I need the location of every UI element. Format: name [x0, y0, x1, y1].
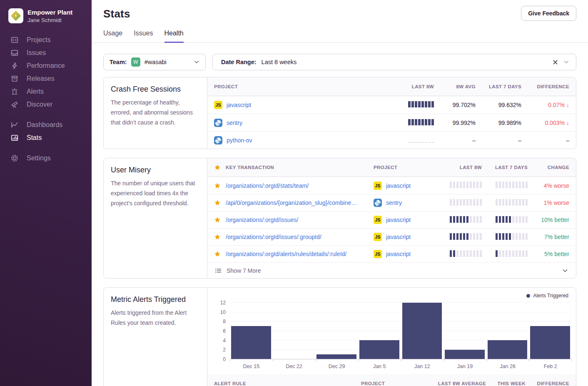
sidebar-item-alerts[interactable]: Alerts: [0, 85, 92, 98]
transaction-link[interactable]: /organizations/:orgId/alerts/rules/detai…: [226, 251, 374, 257]
column-last-8w: LAST 8W: [436, 165, 482, 170]
date-range-value: Last 8 weeks: [262, 59, 297, 65]
sparkline-last-8w: [450, 233, 482, 240]
sparkline-last-8w: [408, 119, 434, 125]
column-8w-avg: 8W AVG: [434, 84, 476, 89]
projects-icon: [11, 36, 18, 44]
table-header: KEY TRANSACTION PROJECT LAST 8W LAST 7 D…: [207, 158, 576, 177]
team-select[interactable]: Team: W #wasabi: [103, 54, 206, 70]
team-label: Team:: [110, 59, 127, 65]
last-7-days-value: –: [476, 137, 521, 144]
page-title: Stats: [103, 7, 576, 20]
project-link[interactable]: python-ov: [227, 137, 252, 144]
sidebar-item-settings[interactable]: Settings: [0, 152, 92, 164]
avg-8w-value: 99.992%: [434, 120, 476, 126]
sidebar-item-stats[interactable]: Stats: [0, 131, 92, 144]
table-row: /organizations/:orgId/stats/team/ JSjava…: [207, 177, 576, 194]
table-row: /organizations/:orgId/issues/ JSjavascri…: [207, 211, 576, 228]
key-transaction-star-icon[interactable]: [214, 182, 226, 189]
alerts-triggered-chart: Alerts Triggered 024681012 Dec 15Dec 22D…: [207, 288, 576, 374]
sidebar-item-label: Performance: [27, 62, 65, 70]
project-link[interactable]: javascript: [227, 102, 251, 108]
trend-down-icon: ↓: [566, 102, 569, 108]
tab-health[interactable]: Health: [164, 30, 184, 43]
column-last-7-days: LAST 7 DAYS: [482, 165, 528, 170]
sparkline-last-7-days: [496, 199, 528, 206]
transaction-link[interactable]: /organizations/:orgId/stats/team/: [226, 182, 374, 189]
column-project: PROJECT: [361, 381, 428, 386]
panel-title: User Misery: [111, 166, 199, 174]
show-more-button[interactable]: Show 7 More: [207, 262, 576, 278]
python-platform-icon: [214, 119, 222, 127]
org-switcher[interactable]: Empower Plant Jane Schmidt: [8, 8, 86, 23]
table-row: sentry 99.992% 99.989% 0.003%↓: [207, 114, 576, 131]
sparkline-last-8w: [408, 137, 434, 143]
sidebar-item-dashboards[interactable]: Dashboards: [0, 118, 92, 131]
difference-value: 0.003%↓: [521, 120, 569, 126]
filter-bar: Team: W #wasabi Date Range: Last 8 weeks: [103, 54, 576, 70]
difference-value: –: [521, 137, 569, 144]
sidebar-item-releases[interactable]: Releases: [0, 72, 92, 85]
sidebar-item-performance[interactable]: Performance: [0, 59, 92, 72]
project-link[interactable]: javascript: [386, 182, 411, 189]
give-feedback-button[interactable]: Give Feedback: [521, 6, 576, 21]
column-alert-rule: ALERT RULE: [214, 381, 361, 386]
chart-bars: [230, 303, 572, 359]
key-transaction-star-icon[interactable]: [214, 217, 226, 223]
sidebar-item-label: Issues: [27, 49, 46, 57]
column-difference: DIFFERENCE: [526, 381, 569, 386]
transaction-link[interactable]: /api/0/organizations/{organization_slug}…: [226, 199, 374, 206]
column-project: PROJECT: [214, 84, 367, 89]
key-transaction-star-icon[interactable]: [214, 199, 226, 206]
sidebar-item-projects[interactable]: Projects: [0, 33, 92, 46]
project-link[interactable]: javascript: [386, 234, 411, 240]
transaction-link[interactable]: /organizations/:orgId/issues/:groupId/: [226, 234, 374, 240]
sparkline-last-8w: [408, 101, 434, 107]
project-link[interactable]: javascript: [386, 217, 411, 223]
sidebar-item-label: Releases: [27, 75, 55, 82]
clear-icon[interactable]: [552, 59, 558, 65]
python-platform-icon: [214, 136, 222, 144]
tabs: Usage Issues Health: [92, 30, 588, 43]
avg-8w-value: 99.702%: [434, 102, 476, 108]
column-change: CHANGE: [528, 165, 569, 170]
list-icon: [215, 267, 222, 274]
change-value: 10% better: [528, 217, 569, 223]
table-row: JS javascript 99.702% 99.632% 0.07%↓: [207, 96, 576, 114]
key-transaction-star-icon[interactable]: [214, 251, 226, 257]
sidebar: Empower Plant Jane Schmidt Projects Issu…: [0, 0, 92, 386]
alerts-icon: [11, 88, 18, 95]
project-link[interactable]: sentry: [386, 199, 402, 206]
date-range-select[interactable]: Date Range: Last 8 weeks: [212, 54, 576, 70]
sparkline-last-8w: [450, 216, 482, 223]
sidebar-item-label: Stats: [27, 134, 42, 142]
sparkline-last-7-days: [496, 233, 528, 240]
sidebar-item-issues[interactable]: Issues: [0, 46, 92, 59]
table-row: python-ov – – –: [207, 131, 576, 149]
chart-legend[interactable]: Alerts Triggered: [214, 293, 572, 299]
sparkline-last-8w: [450, 250, 482, 257]
stats-icon: [11, 134, 18, 142]
sidebar-item-label: Projects: [27, 36, 51, 44]
sidebar-item-discover[interactable]: Discover: [0, 98, 92, 111]
tab-usage[interactable]: Usage: [103, 30, 122, 43]
column-project: PROJECT: [374, 165, 436, 170]
python-platform-icon: [374, 199, 382, 207]
panel-title: Metric Alerts Triggered: [111, 295, 199, 304]
avg-8w-value: –: [434, 137, 476, 144]
chevron-down-icon: [194, 59, 199, 65]
table-header: PROJECT LAST 8W 8W AVG LAST 7 DAYS DIFFE…: [207, 77, 576, 96]
column-last-7-days: LAST 7 DAYS: [476, 84, 521, 89]
sidebar-item-label: Discover: [27, 101, 52, 108]
chart-plot: [230, 303, 572, 359]
last-7-days-value: 99.632%: [476, 102, 521, 108]
tab-issues[interactable]: Issues: [134, 30, 153, 43]
javascript-platform-icon: JS: [374, 216, 382, 224]
change-value: 1% worse: [528, 199, 569, 206]
project-link[interactable]: sentry: [227, 120, 242, 126]
javascript-platform-icon: JS: [374, 182, 382, 190]
project-link[interactable]: javascript: [386, 251, 411, 257]
org-logo-icon: [8, 8, 23, 23]
key-transaction-star-icon[interactable]: [214, 234, 226, 240]
transaction-link[interactable]: /organizations/:orgId/issues/: [226, 217, 374, 223]
